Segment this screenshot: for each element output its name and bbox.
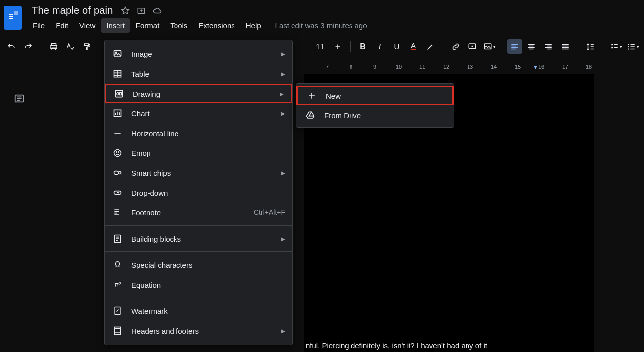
submenu-arrow-icon: ▶ [281,236,285,242]
table-icon [113,69,122,79]
footnote-icon [113,207,122,217]
last-edit-link[interactable]: Last edit was 3 minutes ago [275,18,367,33]
image-icon [113,49,122,59]
document-text: nful. Piercing definitely is, isn't it? … [304,341,491,352]
insert-dropdown[interactable]: Drop-down [105,183,292,202]
submenu-arrow-icon: ▶ [281,51,285,57]
smart-chips-icon [113,168,122,178]
insert-drawing[interactable]: Drawing ▶ [105,84,292,103]
italic-button[interactable]: I [372,39,387,54]
outline-toggle[interactable] [14,93,25,104]
menu-tools[interactable]: Tools [165,18,192,33]
highlight-button[interactable] [423,39,438,54]
font-size-increase[interactable] [330,39,345,54]
insert-emoji[interactable]: Emoji [105,143,292,163]
comment-button[interactable] [465,39,480,54]
move-icon[interactable] [137,6,146,15]
menu-extensions[interactable]: Extensions [193,18,239,33]
print-button[interactable] [46,39,61,54]
align-right-button[interactable] [541,39,556,54]
menu-edit[interactable]: Edit [51,18,73,33]
align-justify-button[interactable] [558,39,573,54]
star-icon[interactable] [121,6,130,15]
toolbar: 11 B I U A ▾ ▾ ▾ [0,36,644,57]
undo-button[interactable] [4,39,19,54]
insert-headers-footers[interactable]: Headers and footers ▶ [105,321,292,341]
svg-rect-10 [630,46,634,47]
align-center-button[interactable] [524,39,539,54]
docs-logo[interactable] [4,6,22,30]
submenu-arrow-icon: ▶ [281,71,285,77]
svg-point-21 [118,152,119,153]
link-button[interactable] [448,39,463,54]
checklist-button[interactable]: ▾ [608,39,623,54]
drawing-new[interactable]: New [296,86,454,105]
svg-rect-27 [114,327,120,335]
menu-view[interactable]: View [74,18,100,33]
menu-file[interactable]: File [28,18,50,33]
insert-smart-chips[interactable]: Smart chips ▶ [105,163,292,183]
insert-menu-dropdown: Image ▶ Table ▶ Drawing ▶ Chart ▶ Horizo… [104,40,293,345]
insert-special-characters[interactable]: Ω Special characters [105,255,292,275]
building-blocks-icon [113,234,122,244]
svg-point-7 [628,46,629,47]
submenu-arrow-icon: ▶ [280,91,284,97]
svg-rect-22 [114,171,119,175]
chart-icon [113,108,122,118]
insert-equation[interactable]: π² Equation [105,275,292,295]
insert-chart[interactable]: Chart ▶ [105,103,292,123]
cloud-icon[interactable] [153,6,162,15]
ruler: 7 8 9 10 11 12 13 14 15 16 17 18 ▾ [0,62,644,72]
insert-image[interactable]: Image ▶ [105,44,292,64]
hline-icon [113,128,122,138]
dropdown-icon [113,188,122,198]
drawing-from-drive[interactable]: From Drive [296,105,454,125]
svg-point-8 [628,48,629,49]
drawing-icon [114,89,124,99]
drawing-submenu: New From Drive [296,83,454,128]
spellcheck-button[interactable] [63,39,78,54]
submenu-arrow-icon: ▶ [281,170,285,176]
paint-format-button[interactable] [80,39,95,54]
insert-horizontal-line[interactable]: Horizontal line [105,123,292,143]
svg-point-23 [119,172,121,174]
menu-insert[interactable]: Insert [101,18,130,33]
menu-format[interactable]: Format [131,18,165,33]
bold-button[interactable]: B [355,39,370,54]
equation-icon: π² [113,280,122,290]
submenu-arrow-icon: ▶ [281,111,285,116]
ruler-indent-marker[interactable]: ▾ [534,63,537,71]
menu-help[interactable]: Help [241,18,266,33]
insert-image-button[interactable]: ▾ [482,39,497,54]
svg-point-20 [116,152,117,153]
line-spacing-button[interactable] [583,39,598,54]
insert-watermark[interactable]: Watermark [105,301,292,321]
redo-button[interactable] [21,39,36,54]
underline-button[interactable]: U [389,39,404,54]
omega-icon: Ω [113,260,122,270]
insert-building-blocks[interactable]: Building blocks ▶ [105,229,292,249]
plus-icon [307,91,317,101]
watermark-icon [113,306,122,316]
svg-point-6 [628,44,629,45]
insert-footnote[interactable]: Footnote Ctrl+Alt+F [105,202,292,222]
emoji-icon [113,148,122,158]
document-title[interactable]: The maple of pain [29,4,116,17]
bulleted-list-button[interactable]: ▾ [625,39,640,54]
insert-table[interactable]: Table ▶ [105,64,292,84]
drive-icon [305,110,315,120]
font-size-box[interactable]: 11 [312,41,328,51]
text-color-button[interactable]: A [406,39,421,54]
svg-point-17 [117,93,119,95]
svg-rect-9 [630,44,634,45]
headers-footers-icon [113,326,122,336]
align-left-button[interactable] [507,39,522,54]
svg-rect-11 [630,48,634,49]
svg-point-19 [114,150,121,157]
submenu-arrow-icon: ▶ [281,328,285,334]
